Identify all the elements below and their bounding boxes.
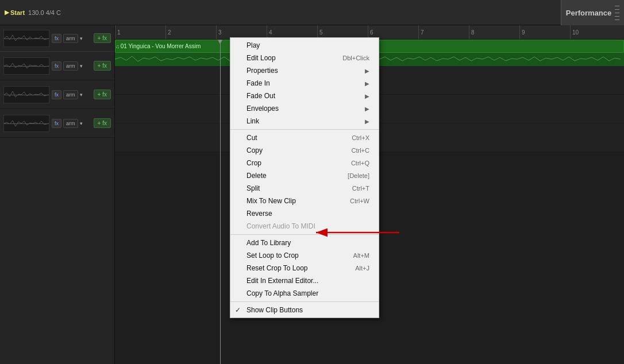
menu-label-reverse: Reverse <box>246 210 272 218</box>
menu-item-editinexternaleditor[interactable]: Edit In External Editor... <box>230 274 379 287</box>
menu-right-envelopes: ▶ <box>365 106 369 112</box>
track-controls-1: fx arm ▾ <box>52 34 83 43</box>
grip-line-2 <box>615 9 619 10</box>
menu-label-convertaudiototmidi: Convert Audio To MIDI <box>246 222 315 230</box>
menu-right-split: Ctrl+T <box>352 185 369 192</box>
track-row-1: fx arm ▾ + fx <box>0 25 114 52</box>
menu-item-addtolibrary[interactable]: Add To Library <box>230 237 379 249</box>
arm-dropdown-1[interactable]: ▾ <box>80 36 83 41</box>
menu-label-delete: Delete <box>246 172 267 180</box>
menu-right-fadein: ▶ <box>365 80 369 87</box>
menu-label-crop: Crop <box>246 159 261 167</box>
track-controls-4: fx arm ▾ <box>52 119 83 128</box>
menu-item-play[interactable]: Play <box>230 39 379 52</box>
menu-item-convertaudiototmidi: Convert Audio To MIDI <box>230 220 379 233</box>
menu-label-addtolibrary: Add To Library <box>246 239 291 247</box>
menu-label-copy: Copy <box>246 146 263 154</box>
menu-label-mixtonewclip: Mix To New Clip <box>246 197 296 205</box>
menu-right-resetcroptoloop: Alt+J <box>355 265 369 272</box>
menu-item-showclipbuttons[interactable]: ✓Show Clip Buttons <box>230 304 379 316</box>
fx-button-2[interactable]: fx <box>52 61 61 71</box>
performance-label: Performance <box>566 9 611 17</box>
clip-label: 01 Yinguica - Vou Morrer Assim <box>121 43 201 49</box>
arm-dropdown-2[interactable]: ▾ <box>80 63 83 69</box>
menu-item-copy[interactable]: CopyCtrl+C <box>230 144 379 157</box>
track-waveform-2 <box>3 57 49 75</box>
menu-item-link[interactable]: Link▶ <box>230 115 379 127</box>
context-menu: PlayEdit LoopDbl+ClickProperties▶Fade In… <box>230 37 379 318</box>
grip-line-5 <box>615 20 619 20</box>
menu-label-properties: Properties <box>246 67 278 75</box>
ruler-mark-3: 3 <box>216 25 222 39</box>
track-row-2: fx arm ▾ + fx <box>0 52 114 80</box>
menu-label-fadein: Fade In <box>246 79 270 87</box>
menu-item-setlooptocrop[interactable]: Set Loop to CropAlt+M <box>230 249 379 262</box>
start-text: Start <box>10 9 25 16</box>
arm-dropdown-4[interactable]: ▾ <box>80 121 83 126</box>
menu-item-copytoalphasampler[interactable]: Copy To Alpha Sampler <box>230 287 379 300</box>
menu-right-delete: [Delete] <box>348 172 369 179</box>
menu-item-fadeout[interactable]: Fade Out▶ <box>230 90 379 102</box>
tracks-panel: fx arm ▾ + fx fx arm ▾ + fx <box>0 25 115 364</box>
fx-button-4[interactable]: fx <box>52 119 61 128</box>
clip-waveform-icon: ♫ <box>115 44 120 49</box>
wave-center-line-2 <box>4 66 49 67</box>
ruler-mark-7: 7 <box>418 25 424 39</box>
wave-center-line <box>4 38 49 39</box>
ruler-mark-8: 8 <box>469 25 475 39</box>
start-icon: ▶ <box>5 9 9 16</box>
fx-button-1[interactable]: fx <box>52 34 61 43</box>
menu-item-crop[interactable]: CropCtrl+Q <box>230 157 379 169</box>
menu-separator-after-copytoalphasampler <box>230 301 379 302</box>
menu-right-link: ▶ <box>365 118 369 125</box>
menu-item-cut[interactable]: CutCtrl+X <box>230 131 379 144</box>
arm-dropdown-3[interactable]: ▾ <box>80 92 83 98</box>
arm-button-1[interactable]: arm <box>63 34 78 43</box>
arm-button-3[interactable]: arm <box>63 90 78 99</box>
menu-item-properties[interactable]: Properties▶ <box>230 64 379 77</box>
add-fx-button-1[interactable]: + fx <box>94 33 111 43</box>
add-fx-button-2[interactable]: + fx <box>94 61 111 71</box>
playhead <box>220 40 221 364</box>
grip-handle <box>615 4 619 21</box>
menu-label-copytoalphasampler: Copy To Alpha Sampler <box>246 289 318 297</box>
menu-label-envelopes: Envelopes <box>246 104 279 113</box>
menu-right-editloop: Dbl+Click <box>342 55 369 61</box>
menu-check-showclipbuttons: ✓ <box>235 306 241 314</box>
track-waveform-3 <box>3 86 49 103</box>
ruler-mark-9: 9 <box>519 25 525 39</box>
menu-item-envelopes[interactable]: Envelopes▶ <box>230 102 379 115</box>
menu-item-mixtonewclip[interactable]: Mix To New ClipCtrl+W <box>230 195 379 207</box>
menu-item-editloop[interactable]: Edit LoopDbl+Click <box>230 52 379 64</box>
menu-item-reverse[interactable]: Reverse <box>230 207 379 220</box>
fx-button-3[interactable]: fx <box>52 90 61 99</box>
performance-button[interactable]: Performance <box>561 0 624 25</box>
ruler-mark-10: 10 <box>570 25 579 39</box>
track-waveform-1 <box>3 30 49 47</box>
menu-item-resetcroptoloop[interactable]: Reset Crop To LoopAlt+J <box>230 262 379 274</box>
grip-line-3 <box>615 13 619 13</box>
arm-button-2[interactable]: arm <box>63 61 78 71</box>
add-fx-button-4[interactable]: + fx <box>94 118 111 128</box>
menu-right-crop: Ctrl+Q <box>351 160 369 166</box>
menu-label-editloop: Edit Loop <box>246 54 276 62</box>
menu-label-setlooptocrop: Set Loop to Crop <box>246 251 299 260</box>
add-fx-button-3[interactable]: + fx <box>94 90 111 99</box>
wave-center-line-4 <box>4 123 49 124</box>
menu-right-cut: Ctrl+X <box>352 134 369 141</box>
menu-label-fadeout: Fade Out <box>246 92 275 100</box>
menu-item-delete[interactable]: Delete[Delete] <box>230 169 379 182</box>
wave-center-line-3 <box>4 95 49 95</box>
menu-right-setlooptocrop: Alt+M <box>353 252 369 259</box>
menu-item-fadein[interactable]: Fade In▶ <box>230 77 379 90</box>
menu-item-split[interactable]: SplitCtrl+T <box>230 182 379 195</box>
menu-label-showclipbuttons: Show Clip Buttons <box>246 306 303 314</box>
ruler-mark-1: 1 <box>115 25 121 39</box>
track-controls-2: fx arm ▾ <box>52 61 83 71</box>
grip-line-1 <box>615 6 619 6</box>
menu-separator-after-convertaudiototmidi <box>230 234 379 235</box>
arm-button-4[interactable]: arm <box>63 119 78 128</box>
track-waveform-4 <box>3 115 49 132</box>
menu-label-split: Split <box>246 184 260 192</box>
time-signature: 130.0 4/4 C <box>28 9 61 16</box>
